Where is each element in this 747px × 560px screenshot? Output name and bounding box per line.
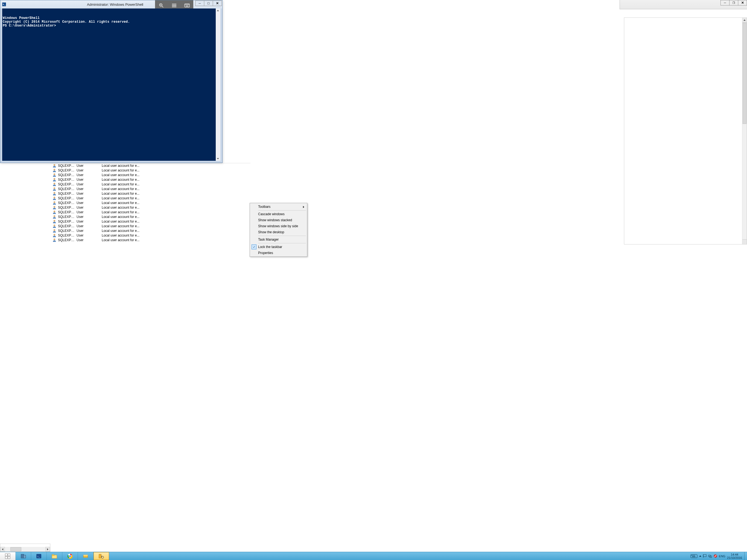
user-type: User [77, 182, 102, 186]
user-type: User [77, 215, 102, 219]
zoom-icon[interactable] [157, 2, 165, 9]
user-row[interactable]: SQLEXPRESS... User Local user account fo… [50, 210, 251, 214]
user-row[interactable]: SQLEXPRESS... User Local user account fo… [50, 186, 251, 191]
svg-rect-26 [186, 4, 186, 5]
user-type: User [77, 187, 102, 191]
svg-point-0 [54, 164, 55, 166]
user-icon [52, 196, 56, 200]
check-icon: ✓ [252, 245, 256, 249]
user-type: User [77, 220, 102, 223]
menu-separator [258, 236, 306, 236]
menu-item[interactable]: Properties [251, 250, 307, 256]
user-name: SQLEXPRESS... [58, 229, 77, 233]
user-name: SQLEXPRESS... [58, 233, 77, 237]
user-desc: Local user account for e... [102, 201, 139, 205]
user-type: User [77, 206, 102, 209]
user-desc: Local user account for e... [102, 182, 139, 186]
user-icon [52, 192, 56, 196]
user-row[interactable]: SQLEXPRESS... User Local user account fo… [50, 219, 251, 224]
user-type: User [77, 238, 102, 242]
menu-item[interactable]: Cascade windows [251, 211, 307, 217]
menu-item[interactable]: Show windows stacked [251, 217, 307, 223]
svg-point-15 [54, 234, 55, 235]
user-row[interactable]: SQLEXPRESS... User Local user account fo… [50, 228, 251, 233]
powershell-console[interactable]: Windows PowerShellCopyright (C) 2014 Mic… [2, 8, 221, 161]
svg-point-9 [54, 206, 55, 207]
user-desc: Local user account for e... [102, 224, 139, 228]
svg-point-16 [54, 238, 55, 240]
svg-rect-25 [185, 4, 186, 5]
user-icon [52, 215, 56, 219]
menu-item[interactable]: Task Manager [251, 236, 307, 243]
svg-point-5 [54, 187, 55, 189]
user-desc: Local user account for e... [102, 178, 139, 182]
user-name: SQLEXPRESS... [58, 164, 77, 168]
user-list: SQLEXPRESS... User Local user account fo… [50, 163, 251, 245]
user-row[interactable]: SQLEXPRESS... User Local user account fo… [50, 177, 251, 182]
user-type: User [77, 169, 102, 172]
user-row[interactable]: SQLEXPRESS... User Local user account fo… [50, 173, 251, 177]
user-row[interactable]: SQLEXPRESS... User Local user account fo… [50, 233, 251, 238]
menu-icon[interactable] [170, 2, 178, 9]
svg-rect-28 [187, 4, 188, 5]
svg-line-18 [162, 6, 163, 7]
user-name: SQLEXPRESS... [58, 206, 77, 209]
svg-point-6 [54, 192, 55, 193]
user-desc: Local user account for e... [102, 173, 139, 177]
user-icon [52, 201, 56, 205]
maximize-button[interactable]: ☐ [204, 1, 213, 6]
user-row[interactable]: SQLEXPRESS... User Local user account fo… [50, 163, 251, 168]
user-row[interactable]: SQLEXPRESS... User Local user account fo… [50, 200, 251, 205]
user-desc: Local user account for e... [102, 238, 139, 242]
user-desc: Local user account for e... [102, 192, 139, 196]
user-icon [52, 224, 56, 228]
user-type: User [77, 224, 102, 228]
menu-separator [258, 243, 306, 244]
user-row[interactable]: SQLEXPRESS... User Local user account fo… [50, 205, 251, 210]
user-row[interactable]: SQLEXPRESS... User Local user account fo… [50, 196, 251, 200]
keyboard-icon[interactable] [183, 2, 191, 9]
user-row[interactable]: SQLEXPRESS... User Local user account fo… [50, 238, 251, 242]
user-row[interactable]: SQLEXPRESS... User Local user account fo… [50, 214, 251, 219]
svg-point-2 [54, 173, 55, 175]
svg-point-1 [54, 169, 55, 170]
console-scrollbar[interactable] [216, 8, 221, 161]
user-desc: Local user account for e... [102, 206, 139, 209]
user-name: SQLEXPRESS... [58, 210, 77, 214]
svg-point-4 [54, 183, 55, 184]
menu-item[interactable]: Lock the taskbar✓ [251, 244, 307, 250]
user-type: User [77, 196, 102, 200]
user-name: SQLEXPRESS... [58, 224, 77, 228]
user-desc: Local user account for e... [102, 169, 139, 172]
user-type: User [77, 173, 102, 177]
svg-rect-30 [186, 6, 188, 6]
svg-point-12 [54, 220, 55, 221]
user-row[interactable]: SQLEXPRESS... User Local user account fo… [50, 182, 251, 186]
svg-rect-29 [188, 4, 189, 5]
user-name: SQLEXPRESS... [58, 182, 77, 186]
user-name: SQLEXPRESS... [58, 187, 77, 191]
submenu-arrow-icon [303, 206, 304, 208]
menu-item[interactable]: Toolbars [251, 204, 307, 210]
user-icon [52, 229, 56, 233]
user-row[interactable]: SQLEXPRESS... User Local user account fo… [50, 224, 251, 228]
user-row[interactable]: SQLEXPRESS... User Local user account fo… [50, 168, 251, 173]
menu-item[interactable]: Show windows side by side [251, 223, 307, 229]
user-desc: Local user account for e... [102, 196, 139, 200]
user-desc: Local user account for e... [102, 229, 139, 233]
user-icon [52, 220, 56, 223]
user-icon [52, 187, 56, 191]
console-line: Windows PowerShell [3, 16, 221, 20]
close-button[interactable]: ✕ [213, 1, 222, 6]
menu-item[interactable]: Show the desktop [251, 229, 307, 235]
user-icon [52, 206, 56, 209]
user-name: SQLEXPRESS... [58, 178, 77, 182]
user-name: SQLEXPRESS... [58, 196, 77, 200]
svg-point-3 [54, 178, 55, 179]
user-type: User [77, 210, 102, 214]
minimize-button[interactable]: ─ [195, 1, 204, 6]
user-icon [52, 233, 56, 237]
powershell-window: >_ Administrator: Windows PowerShell ─ ☐… [0, 0, 223, 163]
svg-point-14 [54, 229, 55, 230]
user-row[interactable]: SQLEXPRESS... User Local user account fo… [50, 191, 251, 196]
